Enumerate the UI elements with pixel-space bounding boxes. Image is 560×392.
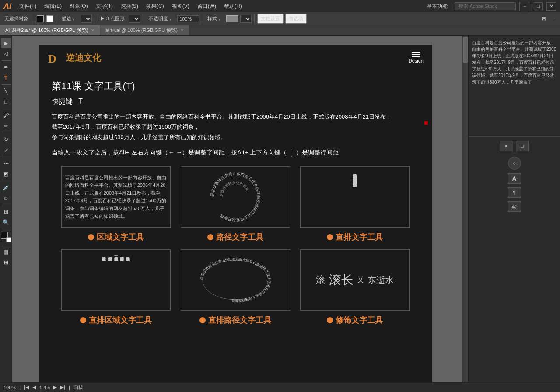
restore-button[interactable]: □ — [534, 2, 543, 10]
style-swatch[interactable] — [226, 15, 238, 22]
tool-sep6 — [2, 181, 10, 181]
menu-edit[interactable]: 编辑(E) — [41, 2, 65, 11]
menu-select[interactable]: 选择(S) — [117, 2, 142, 11]
scrollbar-thumb[interactable] — [463, 37, 468, 63]
desc-line-2: 截至2017年9月，百度百科已经收录了超过1500万的词条， — [52, 123, 200, 130]
warp-tool[interactable]: 〜 — [1, 159, 11, 168]
nav-next[interactable]: ▶ — [53, 385, 57, 390]
right-panel: 百度百科是百度公司推出的一部内容开放、自由的网络百科全书平台。其测试版于2006… — [468, 36, 560, 382]
panel-icon-circle[interactable]: ○ — [508, 157, 521, 170]
preferences-button[interactable]: 首选项 — [285, 14, 307, 24]
nav-icon[interactable]: Design — [409, 52, 424, 63]
select-tool[interactable]: ▶ — [1, 38, 11, 48]
svg-text:|: | — [53, 54, 55, 60]
left-toolbar: ▶ ◁ ✒ T ╲ □ 🖌 ✏ ↻ ⤢ 〜 ◩ 💉 ∞ ⊞ 🔍 ▤ ⊞ — [0, 36, 12, 382]
panel-icon-2[interactable]: □ — [516, 141, 529, 151]
nav-prev-prev[interactable]: |◀ — [24, 385, 29, 390]
decor-char-1: 滚 — [316, 273, 326, 287]
area-text-label: 区域文字工具 — [88, 232, 144, 242]
line-tool[interactable]: ╲ — [1, 87, 11, 96]
decor-char-2: 滚长 — [329, 272, 354, 288]
menu-file[interactable]: 文件(F) — [16, 2, 40, 11]
color-swatches[interactable] — [1, 232, 11, 242]
tab-2[interactable]: 逆迪.ai @ 100% (RGB/GPU 预览) ✕ — [100, 25, 189, 35]
dot-area — [88, 234, 94, 240]
vertical-scrollbar[interactable] — [462, 36, 468, 382]
decor-text-demo: 滚 滚长 乂 东逝水 — [300, 249, 410, 311]
tab-1[interactable]: AI-课件2.ai* @ 100% (RGB/GPU 预览) ✕ — [0, 25, 100, 35]
paintbrush-tool[interactable]: 🖌 — [1, 111, 11, 120]
stroke-swatch[interactable] — [46, 15, 53, 22]
nav-prev[interactable]: ◀ — [32, 385, 36, 390]
panel-icon-para[interactable]: ¶ — [508, 187, 521, 198]
align-icon[interactable]: ≡ — [550, 15, 558, 22]
menu-help[interactable]: 帮助(H) — [220, 2, 245, 11]
tip-line: 当输入一段文字之后，按Alt+ 左右方向键（← →）是调整字间距，按Alt+ 上… — [52, 147, 419, 158]
status-bar: 100% | |◀ ◀ 1 4 5 ▶ ▶| | 画板 — [0, 382, 560, 392]
vert-text-label: 直排文字工具 — [327, 232, 383, 242]
screen-mode[interactable]: ▤ — [1, 247, 11, 257]
menu-object[interactable]: 对象(O) — [66, 2, 91, 11]
vert-area-name: 直排区域文字工具 — [89, 315, 152, 326]
tool-sep5 — [2, 157, 10, 157]
stroke-select[interactable] — [80, 15, 92, 23]
menu-effect[interactable]: 效果(C) — [143, 2, 168, 11]
dot-vert-path — [200, 317, 206, 323]
decor-text-col: 滚 滚长 乂 东逝水 修饰文字工具 — [300, 249, 410, 326]
minimize-button[interactable]: － — [519, 2, 530, 11]
arrange-icon[interactable]: ⊞ — [539, 15, 549, 22]
opacity-input[interactable] — [177, 15, 199, 22]
menu-right-area: 基本功能 － □ ✕ — [423, 2, 556, 11]
stroke-label: 描边： — [59, 14, 79, 23]
decor-text-label: 修饰文字工具 — [327, 315, 383, 326]
fill-swatch[interactable] — [37, 15, 44, 22]
grid-tool[interactable]: ⊞ — [1, 258, 11, 267]
close-button[interactable]: ✕ — [546, 2, 556, 10]
points-selector[interactable]: ▶ 3 点圆形 — [98, 14, 127, 23]
sep3 — [94, 14, 95, 23]
panel-icon-at[interactable]: @ — [508, 201, 521, 212]
panel-icons-row-1: ≡ □ — [499, 140, 530, 152]
pencil-tool[interactable]: ✏ — [1, 121, 11, 131]
menu-type[interactable]: 文字(T) — [92, 2, 116, 11]
stock-search[interactable] — [455, 2, 516, 10]
tab-2-close[interactable]: ✕ — [180, 28, 184, 33]
zoom-tool[interactable]: 🔍 — [1, 217, 11, 227]
tab-1-close[interactable]: ✕ — [91, 28, 94, 33]
artboard-tool[interactable]: ⊞ — [1, 207, 11, 217]
nav-next-next[interactable]: ▶| — [60, 385, 65, 390]
va-col1: 非成败转头空青山依旧在 — [101, 254, 106, 306]
type-tool[interactable]: T — [1, 73, 11, 83]
gradient-tool[interactable]: ◩ — [1, 169, 11, 179]
shape-tool[interactable]: □ — [1, 97, 11, 107]
vert-area-content: 非成败转头空青山依旧在 几度夕阳红白发渔樵江渚 上惯看秋月春风一壶浊酒 喜相逢古… — [99, 252, 132, 308]
zoom-level[interactable]: 100% — [4, 385, 16, 390]
scale-tool[interactable]: ⤢ — [1, 145, 11, 155]
right-panel-text: 百度百科是百度公司推出的一部内容开放、自由的网络百科全书平台。其测试版于2006… — [472, 39, 556, 85]
shortcut-label: 快捷键 — [52, 98, 73, 105]
style-select[interactable] — [240, 15, 252, 23]
path-text-col: 是非成败转头空青山依旧在几度夕阳红白发渔樵江渚上惯看秋月春风 是非成败转头空依旧… — [180, 166, 290, 242]
menu-window[interactable]: 窗口(W) — [194, 2, 220, 11]
doc-settings-button[interactable]: 文档设置 — [257, 14, 284, 24]
menu-view[interactable]: 视图(V) — [168, 2, 193, 11]
panel-icon-A[interactable]: A — [508, 173, 521, 184]
rotate-tool[interactable]: ↻ — [1, 135, 11, 144]
area-text-name: 区域文字工具 — [97, 232, 144, 242]
direct-select-tool[interactable]: ◁ — [1, 49, 11, 59]
svg-text:D: D — [48, 52, 56, 65]
points-select[interactable] — [129, 15, 140, 23]
design-label: Design — [409, 58, 424, 63]
panel-icon-1[interactable]: ≡ — [500, 141, 513, 151]
workspace-selector[interactable]: 基本功能 — [423, 2, 451, 11]
eyedropper-tool[interactable]: 💉 — [1, 183, 11, 192]
vert-text-demo: 旧是非成败转头空 渔滚滚长江东逝水 橹英雄是否成败 浪花淘尽英雄 油酒喜相逢古今… — [300, 166, 410, 228]
vert-path-demo: 是非成败转头空青山依旧在几度夕阳红白发渔樵江渚上惯看秋月春风一壶浊酒喜相逢 — [181, 249, 290, 311]
tool-sep3 — [2, 108, 10, 109]
decor-char-3: 乂 — [357, 276, 364, 285]
slide-content: D | 逆迪文化 Design — [38, 45, 432, 382]
pen-tool[interactable]: ✒ — [1, 63, 11, 72]
tools-row-2: 非成败转头空青山依旧在 几度夕阳红白发渔樵江渚 上惯看秋月春风一壶浊酒 喜相逢古… — [52, 249, 419, 326]
vert-area-col: 非成败转头空青山依旧在 几度夕阳红白发渔樵江渚 上惯看秋月春风一壶浊酒 喜相逢古… — [60, 249, 171, 326]
blend-tool[interactable]: ∞ — [1, 193, 11, 203]
